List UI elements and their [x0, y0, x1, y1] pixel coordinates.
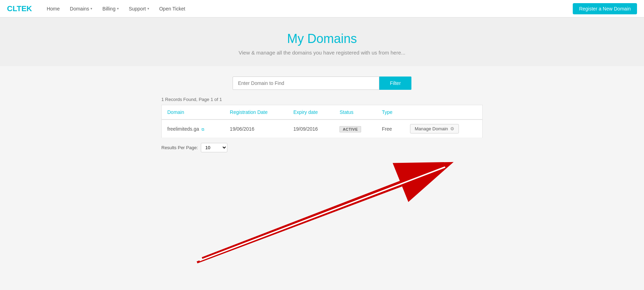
- filter-button[interactable]: Filter: [379, 77, 411, 90]
- col-expiry-date: Expiry date: [288, 105, 334, 120]
- nav-item-open-ticket[interactable]: Open Ticket: [155, 3, 190, 14]
- svg-line-3: [199, 167, 445, 261]
- cell-expiry-date: 19/09/2016: [288, 119, 334, 138]
- domains-table: Domain Registration Date Expiry date Sta…: [161, 105, 483, 138]
- chevron-down-icon: ▾: [90, 7, 92, 10]
- nav-item-support[interactable]: Support ▾: [125, 3, 153, 14]
- col-registration-date: Registration Date: [224, 105, 288, 120]
- cell-registration-date: 19/06/2016: [224, 119, 288, 138]
- nav-right: Register a New Domain: [573, 3, 637, 14]
- nav-billing-label: Billing: [102, 6, 115, 12]
- nav-support-label: Support: [129, 6, 146, 12]
- external-link-icon: ⧉: [202, 127, 204, 131]
- page-title: My Domains: [7, 31, 637, 46]
- red-arrow-svg: [161, 152, 483, 264]
- results-per-page-label: Results Per Page:: [161, 145, 198, 150]
- status-badge: ACTIVE: [339, 126, 361, 132]
- nav-home-label: Home: [47, 6, 60, 12]
- manage-domain-label: Manage Domain: [415, 126, 448, 131]
- col-status: Status: [334, 105, 376, 120]
- nav-domains-label: Domains: [70, 6, 89, 12]
- filter-row: Filter: [161, 77, 483, 90]
- records-info: 1 Records Found, Page 1 of 1: [161, 97, 483, 102]
- arrow-annotation: [161, 152, 483, 264]
- table-row: freelimiteds.ga ⧉ 19/06/2016 19/09/2016 …: [162, 119, 483, 138]
- search-input[interactable]: [233, 77, 379, 90]
- chevron-down-icon: ▾: [147, 7, 149, 10]
- cell-domain: freelimiteds.ga ⧉: [162, 119, 225, 138]
- col-domain: Domain: [162, 105, 225, 120]
- nav-links: Home Domains ▾ Billing ▾ Support ▾ Open …: [43, 3, 573, 14]
- brand-logo: CLTEK: [7, 4, 32, 13]
- manage-domain-button[interactable]: Manage Domain ⚙: [410, 124, 459, 133]
- gear-icon: ⚙: [450, 126, 454, 131]
- chevron-down-icon: ▾: [117, 7, 119, 10]
- results-per-page: Results Per Page: 10 25 50 100: [161, 143, 483, 152]
- register-domain-button[interactable]: Register a New Domain: [573, 3, 637, 14]
- table-header: Domain Registration Date Expiry date Sta…: [162, 105, 483, 120]
- svg-line-1: [203, 165, 447, 259]
- cell-manage: Manage Domain ⚙: [404, 119, 482, 138]
- results-per-page-select[interactable]: 10 25 50 100: [201, 143, 227, 152]
- nav-open-ticket-label: Open Ticket: [159, 6, 185, 12]
- page-subtitle: View & manage all the domains you have r…: [7, 50, 637, 56]
- col-actions: [404, 105, 482, 120]
- svg-line-2: [197, 170, 443, 262]
- cell-type: Free: [376, 119, 405, 138]
- main-content: Filter 1 Records Found, Page 1 of 1 Doma…: [154, 77, 490, 264]
- domain-link[interactable]: freelimiteds.ga: [167, 126, 199, 132]
- col-type: Type: [376, 105, 405, 120]
- navbar: CLTEK Home Domains ▾ Billing ▾ Support ▾…: [0, 0, 644, 17]
- nav-item-domains[interactable]: Domains ▾: [66, 3, 96, 14]
- table-body: freelimiteds.ga ⧉ 19/06/2016 19/09/2016 …: [162, 119, 483, 138]
- nav-item-home[interactable]: Home: [43, 3, 64, 14]
- cell-status: ACTIVE: [334, 119, 376, 138]
- nav-item-billing[interactable]: Billing ▾: [98, 3, 123, 14]
- hero-section: My Domains View & manage all the domains…: [0, 17, 644, 66]
